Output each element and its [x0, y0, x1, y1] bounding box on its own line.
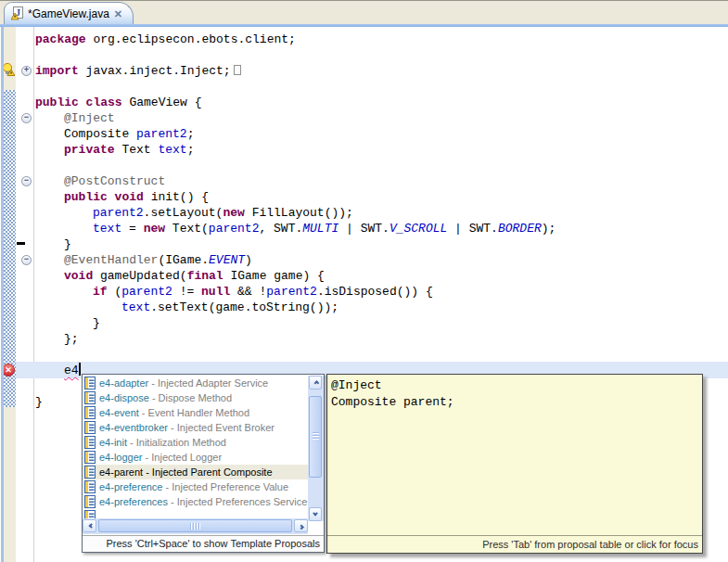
proposal-name: e4-event — [99, 407, 139, 418]
proposal-description: - Event Handler Method — [139, 407, 249, 418]
completion-item-e4-event[interactable]: e4-event - Event Handler Method — [83, 405, 308, 420]
completion-item-e4-adapter[interactable]: e4-adapter - Injected Adapter Service — [83, 376, 308, 390]
template-proposal-icon — [84, 406, 96, 419]
preview-status: Press 'Tab' from proposal table or click… — [327, 535, 702, 553]
template-proposal-icon — [84, 377, 96, 390]
proposal-description: - Injected Preferences Service — [168, 496, 307, 507]
code-line[interactable]: } — [35, 236, 728, 252]
proposal-preview-pane[interactable]: @Inject Composite parent; Press 'Tab' fr… — [326, 374, 703, 554]
code-line[interactable] — [35, 79, 728, 95]
template-proposal-icon — [84, 480, 96, 493]
code-line[interactable]: package org.eclipsecon.ebots.client; — [35, 32, 728, 47]
proposal-name: e4-preferences — [99, 496, 168, 507]
chevron-up-icon — [314, 380, 320, 386]
code-line[interactable]: @PostConstruct — [35, 173, 728, 189]
code-line[interactable]: text = new Text(parent2, SWT.MULTI | SWT… — [35, 221, 728, 236]
code-line[interactable]: private Text text; — [35, 142, 728, 158]
proposal-description: - Injected Parent Composite — [143, 466, 272, 478]
thumb-grip — [190, 523, 201, 530]
scroll-right-button[interactable] — [294, 519, 308, 532]
template-proposal-icon — [84, 436, 96, 449]
proposal-description: - Dispose Method — [149, 392, 232, 403]
vertical-scrollbar[interactable] — [308, 376, 324, 521]
template-proposal-icon — [84, 421, 96, 434]
error-marker-icon[interactable]: ✕ — [2, 364, 15, 377]
content-assist-status: Press 'Ctrl+Space' to show Template Prop… — [83, 535, 324, 552]
proposal-name: e4-dispose — [99, 392, 149, 403]
preview-line-1: @Inject — [331, 378, 382, 392]
code-line[interactable]: @Inject — [35, 110, 728, 126]
fold-collapse-icon[interactable]: − — [21, 255, 32, 265]
collapsed-fold-indicator[interactable] — [234, 65, 241, 75]
preview-code: @Inject Composite parent; — [331, 377, 700, 411]
code-line[interactable]: text.setText(game.toString()); — [35, 300, 728, 315]
code-line[interactable]: import javax.inject.Inject; — [35, 63, 728, 79]
proposal-name: e4-eventbroker — [99, 422, 168, 433]
scroll-left-button[interactable] — [83, 519, 96, 532]
tab-gameview-java[interactable]: J *GameView.java ✕ — [4, 2, 134, 24]
proposal-description: - Injected Adapter Service — [148, 377, 268, 389]
code-line[interactable]: void gameUpdated(final IGame game) { — [35, 268, 728, 284]
proposal-name: e4-parent — [99, 466, 143, 478]
eclipse-editor-view: J *GameView.java ✕ +−−−✕ package org.ecl… — [0, 0, 728, 562]
fold-collapse-icon[interactable]: − — [21, 113, 32, 123]
proposal-name: e4-logger — [99, 452, 142, 463]
completion-item-e4-logger[interactable]: e4-logger - Injected Logger — [83, 450, 308, 465]
view-border-strip — [1, 27, 4, 562]
code-line[interactable]: if (parent2 != null && !parent2.isDispos… — [35, 284, 728, 300]
proposal-name: e4-init — [99, 437, 127, 448]
quickfix-lightbulb-warning-icon[interactable] — [2, 62, 15, 80]
thumb-grip — [313, 432, 319, 441]
chevron-left-icon — [88, 523, 94, 529]
completion-item-e4-preference[interactable]: e4-preference - Injected Preference Valu… — [83, 479, 308, 494]
tab-close-icon[interactable]: ✕ — [114, 9, 122, 19]
proposal-description: - Injected Event Broker — [168, 422, 275, 433]
completion-item-e4-eventbroker[interactable]: e4-eventbroker - Injected Event Broker — [83, 420, 308, 435]
template-proposal-icon — [84, 495, 96, 508]
code-line[interactable]: } — [35, 315, 728, 331]
scroll-down-button[interactable] — [309, 507, 322, 521]
content-assist-popup[interactable]: e4-adapter - Injected Adapter Servicee4-… — [82, 374, 325, 553]
horizontal-scroll-thumb[interactable] — [98, 519, 292, 532]
code-line[interactable] — [35, 47, 728, 63]
template-proposal-icon — [84, 451, 96, 464]
proposal-name: e4-adapter — [99, 377, 148, 389]
vertical-scroll-thumb[interactable] — [309, 396, 322, 478]
code-line[interactable] — [35, 347, 728, 363]
code-line[interactable]: public void init() { — [35, 189, 728, 205]
quick-diff-deleted-marker[interactable] — [17, 242, 25, 245]
completion-item-e4-preferences[interactable]: e4-preferences - Injected Preferences Se… — [83, 494, 308, 509]
completion-item-e4-dispose[interactable]: e4-dispose - Dispose Method — [83, 390, 308, 405]
completion-item-e4-init[interactable]: e4-init - Initialization Method — [83, 435, 308, 450]
proposal-description: - Injected Preference Value — [163, 481, 289, 492]
template-proposal-icon — [84, 391, 96, 404]
code-line[interactable]: parent2.setLayout(new FillLayout()); — [35, 205, 728, 221]
fold-expand-icon[interactable]: + — [21, 66, 32, 76]
proposal-description: - Injected Logger — [142, 452, 222, 463]
chevron-right-icon — [299, 525, 304, 530]
code-line[interactable] — [35, 158, 728, 173]
code-line[interactable]: public class GameView { — [35, 95, 728, 110]
chevron-down-icon — [313, 510, 318, 516]
text-cursor — [79, 363, 81, 376]
code-line[interactable]: }; — [35, 331, 728, 347]
proposal-list[interactable]: e4-adapter - Injected Adapter Servicee4-… — [83, 376, 308, 520]
java-file-icon: J — [11, 6, 23, 20]
quick-diff-changed-region — [4, 90, 16, 407]
template-proposal-icon — [84, 466, 96, 479]
folding-ruler[interactable] — [16, 27, 34, 562]
completion-item-e4-parent[interactable]: e4-parent - Injected Parent Composite — [83, 465, 308, 479]
code-line[interactable]: @EventHandler(IGame.EVENT) — [35, 252, 728, 268]
scroll-up-button[interactable] — [309, 376, 322, 390]
fold-collapse-icon[interactable]: − — [21, 176, 32, 186]
proposal-name: e4-preference — [99, 481, 163, 492]
code-text-area[interactable]: package org.eclipsecon.ebots.client;impo… — [35, 32, 728, 410]
tab-title: *GameView.java — [28, 7, 109, 20]
code-line[interactable]: Composite parent2; — [35, 126, 728, 142]
horizontal-scrollbar[interactable] — [83, 518, 308, 534]
preview-line-2: Composite parent; — [331, 395, 454, 409]
proposal-description: - Initialization Method — [127, 437, 226, 448]
